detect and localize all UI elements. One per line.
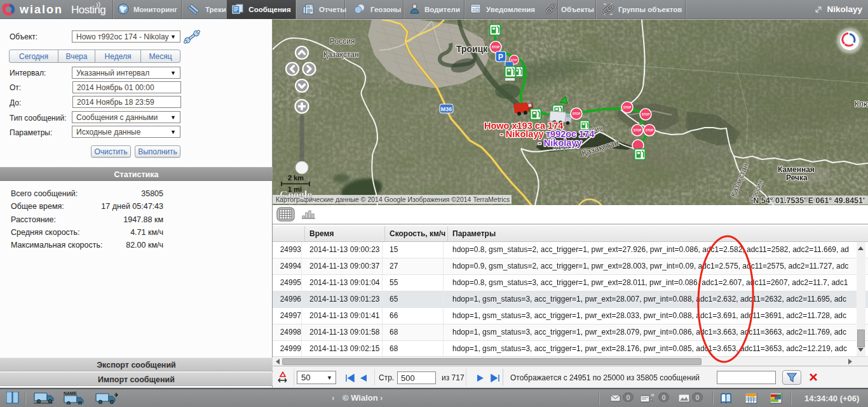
svg-text:М36: М36 (441, 106, 452, 112)
svg-text:P: P (498, 53, 503, 62)
svg-text:2 km: 2 km (288, 174, 304, 182)
svg-text:NAME: NAME (64, 391, 77, 396)
svg-text:Россия: Россия (330, 37, 355, 46)
svg-text:1 mi: 1 mi (288, 185, 302, 193)
svg-text:Речка: Речка (786, 173, 808, 182)
svg-text:- Nikolayy: - Nikolayy (538, 138, 582, 148)
svg-text:N 54° 01.7535' E 061° 49.8451: N 54° 01.7535' E 061° 49.8451' (753, 196, 865, 205)
svg-text:wialon: wialon (19, 3, 63, 16)
svg-text:Қазақстан: Қазақстан (323, 50, 359, 59)
svg-text:Троицк: Троицк (456, 44, 488, 54)
svg-text:Hosting: Hosting (71, 4, 105, 16)
svg-text:Клю: Клю (855, 100, 868, 109)
svg-text:Каменная: Каменная (778, 165, 815, 174)
svg-text:- Nikolayy: - Nikolayy (500, 129, 544, 139)
